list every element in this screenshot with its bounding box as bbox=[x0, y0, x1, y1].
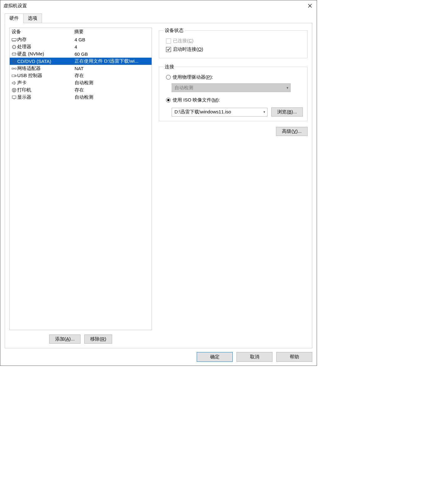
svg-rect-28 bbox=[12, 96, 16, 98]
device-row[interactable]: 网络适配器NAT bbox=[10, 65, 152, 72]
device-name: 网络适配器 bbox=[17, 65, 75, 71]
header-summary: 摘要 bbox=[74, 29, 84, 35]
device-row[interactable]: 打印机存在 bbox=[10, 86, 152, 94]
device-summary: NAT bbox=[75, 66, 152, 71]
header-device: 设备 bbox=[12, 29, 74, 35]
device-name: 内存 bbox=[17, 37, 75, 43]
network-icon bbox=[11, 66, 17, 71]
device-summary: 4 bbox=[75, 44, 152, 49]
device-row[interactable]: 内存4 GB bbox=[10, 36, 152, 43]
device-summary: 存在 bbox=[75, 87, 152, 93]
radio-icon bbox=[166, 75, 171, 80]
window-title: 虚拟机设置 bbox=[3, 3, 27, 9]
titlebar: 虚拟机设置 bbox=[0, 0, 317, 11]
disk-icon bbox=[11, 51, 17, 57]
device-row[interactable]: USB 控制器存在 bbox=[10, 72, 152, 79]
help-button[interactable]: 帮助 bbox=[276, 352, 312, 362]
device-name: 显示器 bbox=[17, 94, 75, 100]
legend-status: 设备状态 bbox=[164, 28, 185, 34]
cpu-icon bbox=[11, 44, 17, 50]
checkbox-icon bbox=[166, 39, 171, 44]
device-summary: 60 GB bbox=[75, 51, 152, 57]
device-summary: 正在使用文件 D:\迅雷下载\wi... bbox=[75, 58, 152, 64]
device-name: 硬盘 (NVMe) bbox=[17, 51, 75, 57]
remove-button[interactable]: 移除(R) bbox=[84, 335, 112, 344]
device-row[interactable]: 处理器4 bbox=[10, 43, 152, 50]
chevron-down-icon: ▾ bbox=[263, 110, 265, 114]
svg-rect-20 bbox=[15, 68, 16, 69]
group-device-status: 设备状态 已连接(C) 启动时连接(O) bbox=[159, 28, 308, 58]
device-summary: 4 GB bbox=[75, 37, 152, 42]
svg-point-18 bbox=[14, 61, 15, 62]
cancel-button[interactable]: 取消 bbox=[236, 352, 272, 362]
cddvd-icon bbox=[11, 59, 17, 64]
svg-rect-2 bbox=[12, 39, 16, 41]
usb-icon bbox=[11, 73, 17, 79]
device-summary: 自动检测 bbox=[75, 94, 152, 100]
svg-rect-19 bbox=[12, 68, 13, 69]
group-connection: 连接 使用物理驱动器(P): 自动检测 ▾ 使用 ISO 映像文件(M): bbox=[159, 64, 308, 121]
svg-point-16 bbox=[12, 52, 16, 54]
checkbox-icon bbox=[166, 47, 171, 52]
display-icon bbox=[11, 95, 17, 100]
sound-icon bbox=[11, 80, 17, 86]
dropdown-physical-drive: 自动检测 ▾ bbox=[172, 83, 291, 92]
tab-options[interactable]: 选项 bbox=[23, 13, 42, 23]
svg-point-17 bbox=[12, 60, 16, 63]
checkbox-connect-at-poweron[interactable]: 启动时连接(O) bbox=[164, 45, 303, 54]
device-list-header: 设备 摘要 bbox=[10, 28, 152, 36]
tab-hardware[interactable]: 硬件 bbox=[5, 13, 23, 23]
printer-icon bbox=[11, 87, 17, 93]
browse-button[interactable]: 浏览(B)... bbox=[271, 107, 303, 117]
device-row[interactable]: 硬盘 (NVMe)60 GB bbox=[10, 50, 152, 58]
tabs: 硬件 选项 bbox=[5, 13, 312, 23]
pane-hardware: 设备 摘要 内存4 GB处理器4硬盘 (NVMe)60 GBCD/DVD (SA… bbox=[5, 23, 312, 348]
footer-buttons: 确定 取消 帮助 bbox=[0, 348, 317, 366]
radio-physical-drive[interactable]: 使用物理驱动器(P): bbox=[164, 73, 303, 81]
svg-rect-23 bbox=[15, 75, 16, 76]
svg-rect-7 bbox=[13, 46, 15, 48]
radio-iso-file[interactable]: 使用 ISO 映像文件(M): bbox=[164, 96, 303, 104]
svg-rect-22 bbox=[12, 75, 15, 77]
add-button[interactable]: 添加(A)... bbox=[49, 335, 81, 344]
device-row[interactable]: 声卡自动检测 bbox=[10, 79, 152, 86]
advanced-button[interactable]: 高级(V)... bbox=[276, 127, 308, 136]
device-name: 打印机 bbox=[17, 87, 75, 93]
device-name: 声卡 bbox=[17, 80, 75, 86]
device-summary: 存在 bbox=[75, 73, 152, 79]
close-icon[interactable] bbox=[305, 2, 314, 9]
checkbox-connected: 已连接(C) bbox=[164, 37, 303, 45]
ok-button[interactable]: 确定 bbox=[197, 352, 233, 362]
memory-icon bbox=[11, 37, 17, 43]
combo-iso-path[interactable]: D:\迅雷下载\windows11.iso ▾ bbox=[172, 108, 267, 117]
device-row[interactable]: CD/DVD (SATA)正在使用文件 D:\迅雷下载\wi... bbox=[10, 58, 152, 65]
device-summary: 自动检测 bbox=[75, 80, 152, 86]
svg-rect-26 bbox=[12, 89, 16, 91]
device-name: CD/DVD (SATA) bbox=[17, 59, 75, 64]
device-list: 设备 摘要 内存4 GB处理器4硬盘 (NVMe)60 GBCD/DVD (SA… bbox=[9, 28, 152, 330]
svg-marker-24 bbox=[12, 81, 14, 85]
device-name: USB 控制器 bbox=[17, 73, 75, 79]
chevron-down-icon: ▾ bbox=[287, 86, 288, 90]
legend-connection: 连接 bbox=[164, 64, 175, 70]
device-name: 处理器 bbox=[17, 44, 75, 50]
radio-icon bbox=[166, 98, 171, 102]
device-row[interactable]: 显示器自动检测 bbox=[10, 94, 152, 101]
